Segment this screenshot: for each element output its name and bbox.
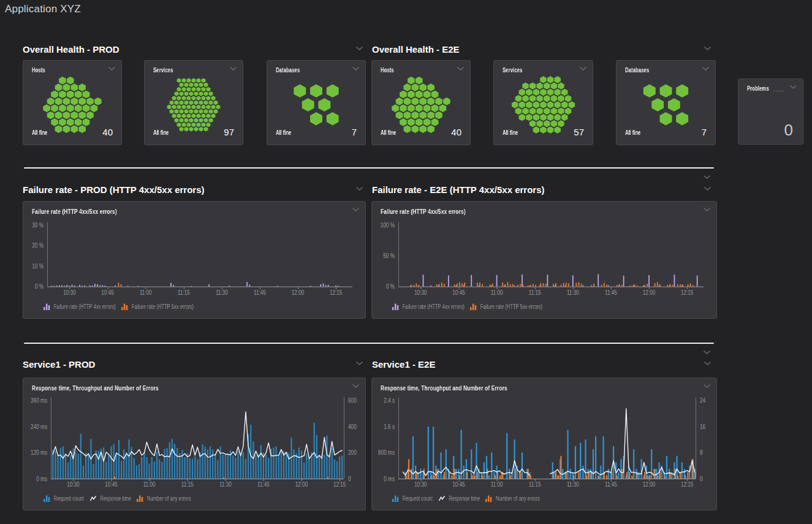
chevron-down-icon[interactable]	[703, 207, 711, 212]
legend-item[interactable]: Failure rate (HTTP 4xx errors)	[392, 303, 465, 310]
problems-tile[interactable]: Problems0	[738, 78, 803, 145]
legend-item[interactable]: Response time	[89, 495, 131, 502]
chevron-down-icon[interactable]	[108, 66, 116, 71]
section-divider	[24, 343, 714, 344]
chevron-down-icon[interactable]	[229, 66, 237, 71]
svg-text:11:30: 11:30	[219, 481, 232, 488]
legend-item[interactable]: Request count	[392, 495, 433, 502]
health-tile[interactable]: DatabasesAll fine7	[616, 60, 716, 145]
chart-plot[interactable]: 0 ms120 ms240 ms360 ms020040060010:3010:…	[23, 378, 365, 510]
y-axis-right: 0200400600	[348, 397, 357, 482]
svg-text:11:45: 11:45	[257, 481, 270, 488]
problems-count: 0	[784, 121, 793, 140]
svg-text:8: 8	[700, 449, 703, 456]
bar-series-icon	[137, 495, 143, 502]
tile-title: Databases	[276, 67, 300, 74]
svg-text:1.6 s: 1.6 s	[384, 423, 395, 430]
svg-text:0 ms: 0 ms	[36, 476, 47, 482]
svg-text:0 %: 0 %	[35, 283, 44, 290]
svg-text:2.4 s: 2.4 s	[384, 397, 395, 404]
chart-legend: Request countResponse timeNumber of any …	[44, 495, 191, 502]
svg-text:600: 600	[348, 397, 357, 404]
legend-label: Request count	[54, 495, 84, 502]
svg-text:0: 0	[348, 476, 351, 482]
tile-status-label: All fine	[32, 129, 47, 136]
chevron-down-icon[interactable]	[789, 85, 797, 89]
svg-text:0 ms: 0 ms	[384, 476, 395, 482]
health-tile[interactable]: ServicesAll fine97	[144, 60, 243, 145]
legend-item[interactable]: Number of any errors	[137, 495, 191, 502]
legend-item[interactable]: Failure rate (HTTP 5xx errors)	[121, 303, 194, 310]
legend-item[interactable]: Request count	[44, 495, 84, 502]
legend-item[interactable]: Number of any errors	[485, 495, 540, 502]
svg-text:360 ms: 360 ms	[31, 397, 47, 404]
health-tile[interactable]: ServicesAll fine57	[493, 60, 593, 145]
chart-plot[interactable]: 0 %10 %20 %30 %10:3010:4511:0011:1511:30…	[23, 202, 365, 318]
chevron-down-icon[interactable]	[703, 384, 711, 389]
chevron-down-icon[interactable]	[702, 66, 710, 71]
line-series-icon	[89, 495, 96, 502]
chevron-down-icon[interactable]	[704, 361, 711, 366]
legend-label: Response time	[100, 495, 131, 502]
legend-item[interactable]: Response time	[438, 495, 480, 502]
y-axis-left: 0 ms120 ms240 ms360 ms	[31, 397, 47, 482]
svg-text:0: 0	[700, 476, 703, 482]
svg-text:12:00: 12:00	[643, 481, 656, 488]
svg-text:12:00: 12:00	[643, 289, 656, 296]
tile-entity-count: 7	[702, 127, 707, 137]
chevron-down-icon[interactable]	[703, 175, 711, 180]
chevron-down-icon[interactable]	[579, 66, 587, 71]
tile-entity-count: 40	[451, 127, 461, 137]
legend-item[interactable]: Failure rate (HTTP 5xx errors)	[470, 303, 542, 310]
chevron-down-icon[interactable]	[352, 66, 360, 71]
chevron-down-icon[interactable]	[352, 384, 360, 389]
chart-tile[interactable]: 0 ms120 ms240 ms360 ms020040060010:3010:…	[23, 378, 366, 511]
bar-series-2	[406, 456, 696, 479]
bar-series-1	[52, 423, 343, 479]
chevron-down-icon[interactable]	[355, 186, 363, 191]
section-header-failure-rate-e2e: Failure rate - E2E (HTTP 4xx/5xx errors)	[372, 184, 717, 197]
svg-text:10:30: 10:30	[67, 481, 80, 488]
bar-series-icon	[44, 495, 50, 502]
svg-text:12:15: 12:15	[681, 289, 694, 296]
chevron-down-icon[interactable]	[355, 46, 363, 51]
svg-text:11:15: 11:15	[181, 481, 194, 488]
chart-plot[interactable]: 0 ms800 ms1.6 s2.4 s08162410:3010:4511:0…	[372, 378, 716, 510]
chevron-down-icon[interactable]	[703, 350, 711, 355]
svg-text:11:15: 11:15	[529, 481, 541, 488]
health-tile[interactable]: HostsAll fine40	[23, 60, 122, 145]
svg-text:200: 200	[348, 449, 357, 456]
section-header-overall-health-e2e: Overall Health - E2E	[372, 44, 717, 56]
health-tile[interactable]: DatabasesAll fine7	[267, 60, 366, 145]
chart-tile[interactable]: 0 %50 %100 %10:3010:4511:0011:1511:3011:…	[371, 201, 717, 319]
tile-title: Problems	[747, 85, 769, 92]
svg-text:10:30: 10:30	[414, 289, 427, 296]
chevron-down-icon[interactable]	[355, 361, 363, 366]
health-tile[interactable]: HostsAll fine40	[371, 60, 471, 145]
svg-text:11:30: 11:30	[567, 289, 579, 296]
bar-series-icon	[44, 303, 50, 310]
chart-plot[interactable]: 0 %50 %100 %10:3010:4511:0011:1511:3011:…	[372, 202, 716, 318]
section-header-failure-rate-prod: Failure rate - PROD (HTTP 4xx/5xx errors…	[23, 184, 366, 197]
section-title: Overall Health - PROD	[23, 44, 120, 55]
chart-legend: Request countResponse timeNumber of any …	[392, 495, 540, 502]
bar-series-icon	[121, 303, 128, 310]
bar-series-2	[411, 283, 693, 287]
chevron-down-icon[interactable]	[704, 46, 711, 51]
chevron-down-icon[interactable]	[457, 66, 465, 71]
svg-text:100 %: 100 %	[381, 222, 395, 229]
divider-collapse	[703, 171, 711, 182]
chevron-down-icon[interactable]	[352, 207, 360, 212]
tile-status-label: All fine	[503, 129, 518, 136]
chevron-down-icon[interactable]	[704, 186, 711, 191]
svg-text:240 ms: 240 ms	[31, 423, 47, 430]
chart-tile[interactable]: 0 ms800 ms1.6 s2.4 s08162410:3010:4511:0…	[371, 378, 717, 511]
legend-item[interactable]: Failure rate (HTTP 4xx errors)	[44, 303, 116, 310]
svg-text:11:30: 11:30	[567, 481, 579, 488]
svg-text:11:30: 11:30	[216, 289, 228, 296]
section-header-overall-health-prod: Overall Health - PROD	[23, 44, 366, 56]
svg-text:10:45: 10:45	[105, 481, 118, 488]
tile-entity-count: 40	[102, 127, 113, 137]
chart-tile[interactable]: 0 %10 %20 %30 %10:3010:4511:0011:1511:30…	[23, 201, 366, 319]
svg-text:11:45: 11:45	[605, 289, 617, 296]
